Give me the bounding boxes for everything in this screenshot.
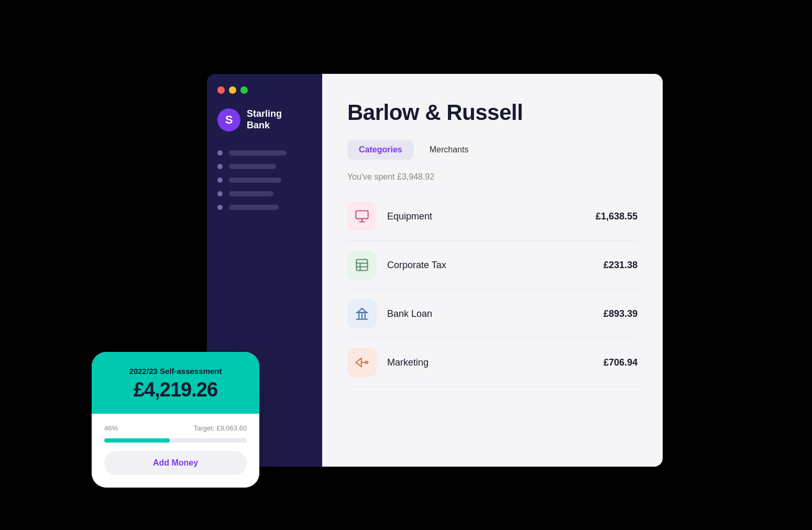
marketing-amount: £706.94 bbox=[603, 357, 638, 368]
nav-bar bbox=[229, 178, 281, 183]
main-content: Barlow & Russell Categories Merchants Yo… bbox=[322, 74, 663, 467]
tab-categories[interactable]: Categories bbox=[347, 140, 414, 160]
category-row[interactable]: Corporate Tax £231.38 bbox=[347, 241, 638, 290]
corporate-tax-name: Corporate Tax bbox=[387, 260, 593, 271]
category-row[interactable]: Bank Loan £893.39 bbox=[347, 290, 638, 338]
equipment-amount: £1,638.55 bbox=[596, 211, 638, 222]
traffic-light-green[interactable] bbox=[240, 86, 248, 94]
target-label: Target: £9,063.60 bbox=[194, 424, 247, 432]
scene: S StarlingBank bbox=[92, 42, 720, 488]
svg-marker-12 bbox=[356, 358, 361, 367]
corporate-tax-icon bbox=[355, 258, 369, 272]
nav-item[interactable] bbox=[217, 178, 312, 183]
category-list: Equipment £1,638.55 Corporate Tax bbox=[347, 192, 638, 387]
marketing-icon bbox=[355, 355, 369, 370]
equipment-icon-wrap bbox=[347, 202, 377, 231]
nav-item[interactable] bbox=[217, 205, 312, 210]
sidebar-logo: S StarlingBank bbox=[217, 108, 312, 131]
page-title: Barlow & Russell bbox=[347, 100, 638, 125]
browser-window: S StarlingBank bbox=[207, 74, 663, 467]
corporate-tax-icon-wrap bbox=[347, 250, 377, 280]
add-money-button[interactable]: Add Money bbox=[104, 451, 247, 475]
mobile-phone: 2022/23 Self-assessment £4,219.26 46% Ta… bbox=[92, 352, 259, 488]
category-row[interactable]: Equipment £1,638.55 bbox=[347, 192, 638, 241]
nav-item[interactable] bbox=[217, 191, 312, 196]
bank-loan-icon-wrap bbox=[347, 299, 377, 328]
nav-bar bbox=[229, 191, 273, 196]
corporate-tax-amount: £231.38 bbox=[603, 260, 638, 271]
bank-loan-icon bbox=[355, 306, 369, 321]
marketing-icon-wrap bbox=[347, 348, 377, 377]
nav-dot bbox=[217, 205, 223, 210]
phone-card-top: 2022/23 Self-assessment £4,219.26 bbox=[92, 352, 259, 414]
logo-icon: S bbox=[217, 108, 240, 131]
traffic-light-red[interactable] bbox=[217, 86, 225, 94]
traffic-light-yellow[interactable] bbox=[229, 86, 236, 94]
nav-item[interactable] bbox=[217, 164, 312, 169]
card-label: 2022/23 Self-assessment bbox=[129, 367, 222, 376]
nav-items bbox=[217, 150, 312, 210]
card-amount: £4,219.26 bbox=[134, 379, 217, 401]
spent-text: You've spent £3,948.92 bbox=[347, 172, 638, 182]
phone-card-bottom: 46% Target: £9,063.60 Add Money bbox=[92, 414, 259, 488]
tab-merchants[interactable]: Merchants bbox=[418, 140, 480, 160]
bank-loan-name: Bank Loan bbox=[387, 308, 593, 319]
nav-dot bbox=[217, 191, 223, 196]
nav-bar bbox=[229, 150, 287, 156]
progress-pct: 46% bbox=[104, 424, 118, 432]
progress-meta: 46% Target: £9,063.60 bbox=[104, 424, 247, 432]
nav-dot bbox=[217, 150, 223, 156]
equipment-icon bbox=[355, 209, 369, 224]
progress-track bbox=[104, 438, 247, 443]
progress-fill bbox=[104, 438, 170, 443]
category-row[interactable]: Marketing £706.94 bbox=[347, 338, 638, 387]
marketing-name: Marketing bbox=[387, 357, 593, 368]
tab-bar: Categories Merchants bbox=[347, 140, 638, 160]
nav-bar bbox=[229, 205, 279, 210]
equipment-name: Equipment bbox=[387, 211, 585, 222]
nav-item[interactable] bbox=[217, 150, 312, 156]
nav-dot bbox=[217, 178, 223, 183]
nav-bar bbox=[229, 164, 276, 169]
logo-text: StarlingBank bbox=[247, 108, 282, 131]
svg-rect-0 bbox=[356, 211, 368, 219]
nav-dot bbox=[217, 164, 223, 169]
bank-loan-amount: £893.39 bbox=[603, 308, 638, 319]
traffic-lights bbox=[217, 86, 312, 94]
svg-rect-3 bbox=[357, 260, 368, 271]
